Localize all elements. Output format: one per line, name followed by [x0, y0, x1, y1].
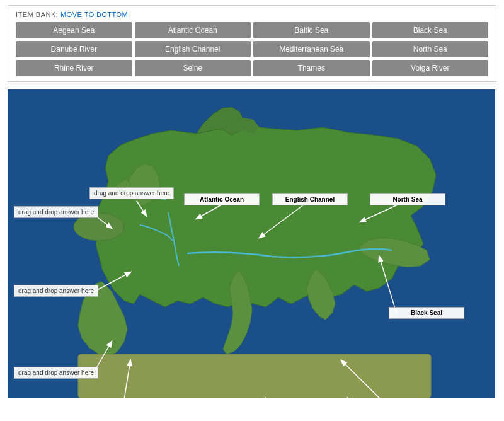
drag-item-mediterranean-sea[interactable]: Mediterranean Sea	[253, 41, 370, 57]
drag-item-atlantic-ocean[interactable]: Atlantic Ocean	[135, 22, 251, 38]
drop-zone-5[interactable]: Atlantic Ocean	[184, 193, 260, 205]
drag-item-english-channel[interactable]: English Channel	[135, 41, 251, 57]
svg-marker-1	[96, 126, 436, 307]
drop-zone-7-value: North Sea	[392, 196, 422, 203]
drop-zone-5-value: Atlantic Ocean	[200, 196, 244, 203]
drag-item-seine[interactable]: Seine	[135, 60, 251, 76]
drop-zone-8[interactable]: Black Seal	[389, 307, 464, 319]
map-area: drag and drop answer here drag and drop …	[8, 89, 495, 398]
map-background	[8, 89, 495, 398]
drop-zone-8-value: Black Seal	[411, 309, 442, 316]
drag-item-baltic-sea[interactable]: Baltic Sea	[253, 22, 370, 38]
item-grid: Aegean SeaAtlantic OceanBaltic SeaBlack …	[16, 22, 488, 76]
svg-rect-11	[78, 354, 431, 398]
drop-zone-6[interactable]: English Channel	[272, 193, 348, 205]
item-bank-label: ITEM BANK: Move to Bottom	[16, 11, 488, 18]
drag-item-danube-river[interactable]: Danube River	[16, 41, 132, 57]
drop-zone-4[interactable]: drag and drop answer here	[89, 187, 174, 199]
map-svg	[8, 89, 495, 398]
drag-item-black-sea[interactable]: Black Sea	[372, 22, 489, 38]
drop-zone-7[interactable]: North Sea	[370, 193, 445, 205]
item-bank: ITEM BANK: Move to Bottom Aegean SeaAtla…	[8, 5, 496, 82]
drop-zone-2[interactable]: drag and drop answer here	[14, 285, 98, 297]
drag-item-aegean-sea[interactable]: Aegean Sea	[16, 22, 132, 38]
drag-item-north-sea[interactable]: North Sea	[372, 41, 489, 57]
drop-zone-3[interactable]: drag and drop answer here	[14, 367, 98, 379]
drag-item-thames[interactable]: Thames	[253, 60, 370, 76]
item-bank-text: ITEM BANK:	[16, 11, 58, 18]
drag-item-volga-river[interactable]: Volga River	[372, 60, 489, 76]
move-to-bottom-link[interactable]: Move to Bottom	[60, 11, 128, 18]
drop-zone-1[interactable]: drag and drop answer here	[14, 206, 98, 218]
drop-zone-6-value: English Channel	[285, 196, 335, 203]
drag-item-rhine-river[interactable]: Rhine River	[16, 60, 132, 76]
